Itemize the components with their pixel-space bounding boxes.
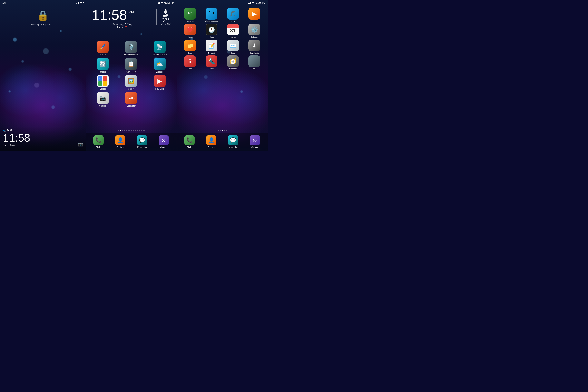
status-time-2: 11:58 PM (165, 2, 174, 4)
app-label-sim-toolkit: SIM Toolkit (126, 71, 136, 73)
panel2-app-grid: 🖌️ Themes 🎙️ Sound Recorder 📡 Smart Cont… (88, 39, 174, 108)
app-translator[interactable]: a字 → Translator (180, 8, 200, 22)
app-label-smart-controller: Smart Controller (152, 54, 167, 56)
battery-icon-2 (160, 2, 164, 4)
dock-chrome[interactable]: ⊙ Chrome (158, 135, 169, 148)
page-dot[interactable] (137, 130, 138, 131)
app-email[interactable]: ✉️ Email (223, 40, 243, 54)
dock-dialler-3[interactable]: 📞 Dialler (184, 135, 195, 148)
page-dot[interactable] (139, 130, 140, 131)
dock-contacts-3[interactable]: 👤 Contacts (206, 135, 216, 148)
app-health[interactable]: ❤️ Health (180, 24, 200, 38)
page-dot[interactable] (144, 130, 145, 131)
page-dot[interactable] (128, 130, 130, 131)
app-smart-controller[interactable]: 📡 Smart Controller (146, 41, 173, 56)
lock-icon: 🔒 (37, 10, 49, 21)
dock-panel3: 📞 Dialler 👤 Contacts 💬 Messaging ⊙ (177, 133, 268, 150)
app-camera[interactable]: 📷 Camera (90, 92, 116, 107)
app-label-notepad: Notepad (208, 52, 215, 54)
dock-dialler[interactable]: 📞 Dialler (94, 135, 104, 148)
app-torch[interactable]: 🔦 Torch (202, 56, 222, 70)
page-dot[interactable] (122, 130, 123, 131)
app-google[interactable]: G Google (90, 75, 116, 90)
page-dot-p3[interactable] (226, 130, 227, 131)
lock-content: 🔒 Recognising face... (0, 10, 86, 26)
app-gallery[interactable]: 🖼️ Gallery (118, 75, 144, 90)
page-dot[interactable] (141, 130, 142, 131)
app-label-camera: Camera (99, 105, 106, 107)
app-sim-toolkit[interactable]: 📋 SIM Toolkit (118, 58, 144, 73)
clock-location: Patna 📍 (92, 26, 152, 29)
app-label-files: Files (188, 52, 192, 54)
dock-label-chrome: Chrome (160, 146, 167, 148)
app-mirror[interactable]: 🎙 Mirror (180, 56, 200, 70)
app-play-store[interactable]: ▶ Play Store (146, 75, 173, 90)
svg-point-7 (163, 15, 166, 17)
clock-divider (156, 10, 157, 25)
page-dot-p3-active[interactable] (222, 130, 223, 131)
app-label-calculator: Calculator (127, 105, 136, 107)
page-dot[interactable] (118, 130, 119, 131)
clock-ampm: PM (128, 10, 134, 14)
app-tools[interactable]: Tools (244, 56, 264, 70)
page-dot[interactable] (126, 130, 128, 131)
app-calculator[interactable]: +-×÷ Calculator (118, 92, 144, 107)
app-label-videos: Videos (252, 20, 257, 22)
dock-label-messaging: Messaging (137, 146, 146, 148)
app-music[interactable]: 🎵 Music (223, 8, 243, 22)
page-dots-panel3 (177, 130, 268, 131)
svg-point-6 (165, 14, 168, 16)
app-clock[interactable]: 🕐 Clock (202, 24, 222, 38)
page-dot[interactable] (130, 130, 132, 131)
app-notepad[interactable]: 📝 Notepad (202, 40, 222, 54)
location-pin-icon: 📍 (124, 26, 128, 29)
app-label-phone-manager: Phone Manager (205, 20, 218, 22)
page-dot-p3[interactable] (218, 130, 219, 131)
app-videos[interactable]: ▶ Videos (244, 8, 264, 22)
dock-contacts[interactable]: 👤 Contacts (115, 135, 126, 148)
app-backup[interactable]: 🔄 Backup (90, 58, 116, 73)
app-themes[interactable]: 🖌️ Themes (90, 41, 116, 56)
lock-date: Sat, 5 May (3, 144, 83, 146)
app-label-clock: Clock (209, 36, 214, 38)
app-compass[interactable]: 🧭 Compass (223, 56, 243, 70)
app-sound-recorder[interactable]: 🎙️ Sound Recorder (118, 41, 144, 56)
dock-label-contacts: Contacts (116, 146, 124, 148)
app-settings[interactable]: ⚙️ Settings (244, 24, 264, 38)
carrier-label: airtel (2, 2, 7, 4)
status-bar-panel3: 11:58 PM (177, 0, 268, 6)
dock-messaging[interactable]: 💬 Messaging (137, 135, 147, 148)
camera-button[interactable]: 📷 (78, 142, 83, 146)
app-label-play-store: Play Store (155, 88, 164, 90)
app-downloads[interactable]: ⬇ Downloads (244, 40, 264, 54)
app-calendar[interactable]: 31 Calendar (223, 24, 243, 38)
lock-screen-panel: airtel 🔒 Recognising face... 👟 (0, 0, 86, 150)
page-dot-p3[interactable] (224, 130, 225, 131)
app-weather[interactable]: ⛅ Weather (146, 58, 173, 73)
step-count: 503 (7, 128, 12, 132)
clock-date: Saturday, 5 May (92, 23, 152, 26)
page-dot[interactable] (133, 130, 134, 131)
app-files[interactable]: 📁 Files (180, 40, 200, 54)
dock-chrome-3[interactable]: ⊙ Chrome (250, 135, 260, 148)
app-label-mirror: Mirror (188, 68, 192, 70)
dock-messaging-3[interactable]: 💬 Messaging (228, 135, 238, 148)
app-label-google: Google (100, 88, 106, 90)
home-screen-panel: 11:58 PM 11:58 PM Saturday, 5 May Patna … (86, 0, 176, 150)
signal-icon-3 (248, 2, 251, 4)
app-label-torch: Torch (209, 68, 214, 70)
app-label-translator: Translator (186, 20, 194, 22)
weather-temp: 37° (162, 17, 169, 23)
page-dot[interactable] (135, 130, 136, 131)
page-dot[interactable] (124, 130, 125, 131)
panel3-app-grid: a字 → Translator 🛡 Phone Manager 🎵 Music (179, 6, 266, 71)
page-dots-panel2 (86, 130, 176, 131)
app-label-gallery: Gallery (128, 88, 134, 90)
signal-icon-2 (157, 2, 160, 4)
app-phone-manager[interactable]: 🛡 Phone Manager (202, 8, 222, 22)
battery-icon (80, 2, 83, 4)
recognizing-text: Recognising face... (31, 23, 55, 26)
page-dot-active[interactable] (120, 130, 121, 131)
page-dot-p3[interactable] (220, 130, 221, 131)
lock-bottom: 👟 503 11:58 Sat, 5 May 📷 (0, 126, 86, 150)
